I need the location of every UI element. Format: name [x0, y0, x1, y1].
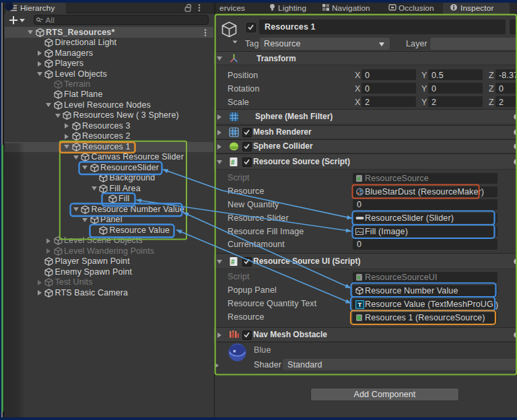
svg-text:#: # — [231, 258, 235, 265]
svg-text:#: # — [231, 158, 235, 166]
svg-text:T: T — [357, 301, 361, 308]
